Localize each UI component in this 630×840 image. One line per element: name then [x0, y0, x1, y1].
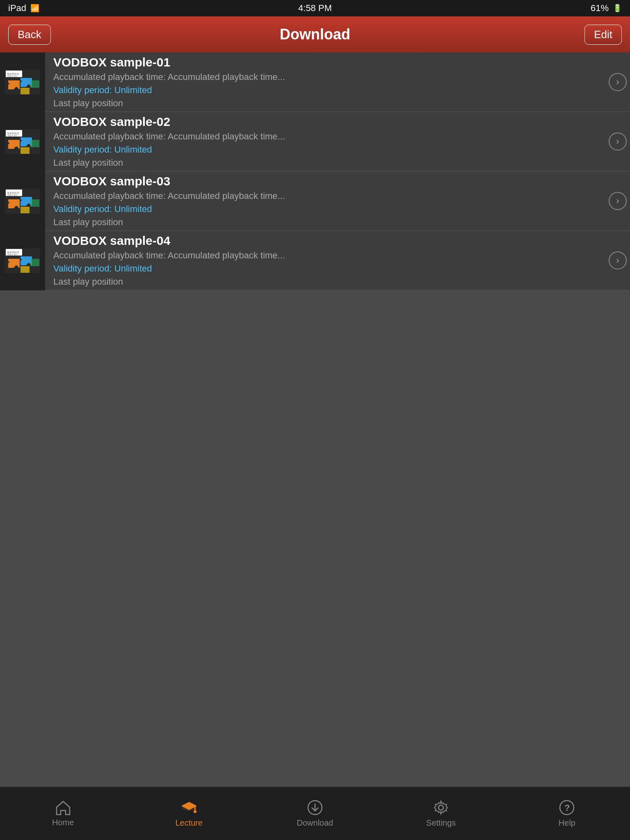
nav-bar: Back Download Edit [0, 16, 630, 52]
item-info: VODBOX sample-01 Accumulated playback ti… [45, 50, 605, 114]
item-title: VODBOX sample-01 [53, 55, 597, 69]
svg-point-22 [438, 805, 443, 810]
status-right: 61% 🔋 [591, 3, 622, 14]
item-validity: Validity period: Unlimited [53, 204, 597, 215]
item-arrow: › [605, 251, 630, 269]
lecture-icon [180, 799, 198, 816]
tab-lecture-label: Lecture [175, 818, 203, 828]
item-thumbnail: 정보처리의 개념과 원리 [0, 112, 45, 171]
item-validity: Validity period: Unlimited [53, 263, 597, 274]
chevron-right-icon: › [609, 192, 627, 210]
item-arrow: › [605, 73, 630, 91]
download-list: 정보처리의 개념과 원리 VODBOX sample-01 Accumulate… [0, 52, 630, 290]
item-thumbnail: 정보처리의 개념과 원리 [0, 171, 45, 231]
item-title: VODBOX sample-03 [53, 174, 597, 188]
tab-download-label: Download [297, 818, 333, 828]
tab-bar: Home Lecture Download Settings ? [0, 787, 630, 840]
help-icon: ? [559, 799, 575, 816]
chevron-right-icon: › [609, 132, 627, 151]
list-item[interactable]: 정보처리의 개념과 원리 VODBOX sample-01 Accumulate… [0, 52, 630, 112]
item-arrow: › [605, 192, 630, 210]
status-left: iPad 📶 [8, 3, 39, 14]
tab-home[interactable]: Home [0, 787, 126, 840]
download-icon [307, 799, 323, 816]
svg-text:개념과 원리: 개념과 원리 [7, 253, 18, 256]
svg-text:개념과 원리: 개념과 원리 [7, 75, 18, 77]
tab-help[interactable]: ? Help [504, 787, 630, 840]
settings-icon [433, 799, 449, 816]
tab-help-label: Help [559, 818, 575, 828]
item-position: Last play position [53, 217, 597, 228]
item-position: Last play position [53, 98, 597, 109]
item-position: Last play position [53, 276, 597, 287]
tab-lecture[interactable]: Lecture [126, 787, 252, 840]
status-bar: iPad 📶 4:58 PM 61% 🔋 [0, 0, 630, 16]
item-info: VODBOX sample-04 Accumulated playback ti… [45, 228, 605, 293]
item-validity: Validity period: Unlimited [53, 144, 597, 155]
item-info: VODBOX sample-03 Accumulated playback ti… [45, 169, 605, 233]
item-arrow: › [605, 132, 630, 151]
list-item[interactable]: 정보처리의 개념과 원리 VODBOX sample-03 Accumulate… [0, 171, 630, 231]
item-thumbnail: 정보처리의 개념과 원리 [0, 52, 45, 112]
battery-icon: 🔋 [613, 4, 622, 13]
page-title: Download [280, 26, 350, 43]
item-title: VODBOX sample-02 [53, 115, 597, 129]
home-icon [55, 800, 71, 815]
svg-point-19 [193, 810, 196, 813]
svg-text:개념과 원리: 개념과 원리 [7, 134, 18, 137]
item-validity: Validity period: Unlimited [53, 85, 597, 96]
wifi-icon: 📶 [30, 4, 39, 13]
item-info: VODBOX sample-02 Accumulated playback ti… [45, 109, 605, 174]
item-thumbnail: 정보처리의 개념과 원리 [0, 231, 45, 290]
chevron-right-icon: › [609, 251, 627, 269]
item-playback: Accumulated playback time: Accumulated p… [53, 250, 597, 261]
tab-download[interactable]: Download [252, 787, 378, 840]
battery-label: 61% [591, 3, 609, 14]
item-playback: Accumulated playback time: Accumulated p… [53, 72, 597, 82]
tab-settings-label: Settings [426, 818, 456, 828]
item-playback: Accumulated playback time: Accumulated p… [53, 191, 597, 201]
list-item[interactable]: 정보처리의 개념과 원리 VODBOX sample-02 Accumulate… [0, 112, 630, 171]
item-playback: Accumulated playback time: Accumulated p… [53, 131, 597, 142]
tab-home-label: Home [52, 818, 74, 827]
chevron-right-icon: › [609, 73, 627, 91]
list-item[interactable]: 정보처리의 개념과 원리 VODBOX sample-04 Accumulate… [0, 231, 630, 290]
item-title: VODBOX sample-04 [53, 234, 597, 248]
tab-settings[interactable]: Settings [378, 787, 504, 840]
device-label: iPad [8, 3, 26, 14]
item-position: Last play position [53, 158, 597, 168]
status-time: 4:58 PM [298, 3, 332, 14]
svg-text:?: ? [564, 803, 570, 813]
svg-text:개념과 원리: 개념과 원리 [7, 194, 18, 196]
edit-button[interactable]: Edit [584, 25, 622, 45]
back-button[interactable]: Back [8, 25, 51, 45]
